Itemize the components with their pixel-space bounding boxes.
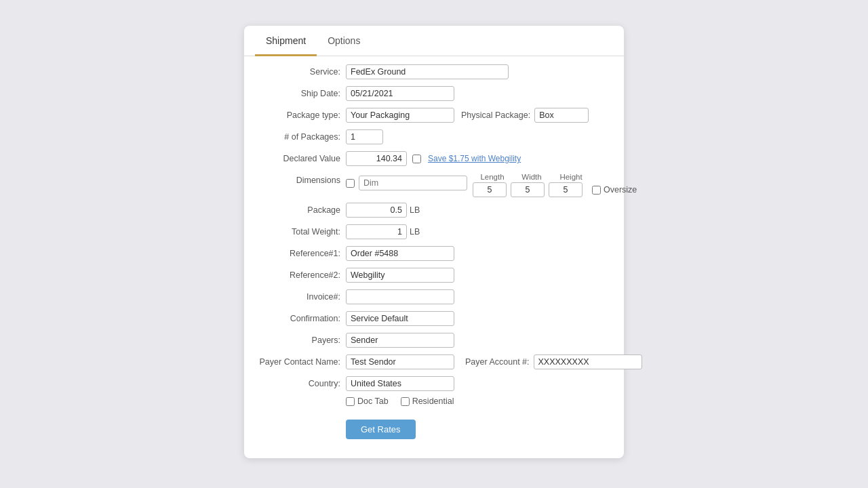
country-input[interactable] — [346, 376, 454, 391]
dim-inputs: Oversize — [473, 182, 637, 197]
reference1-label: Reference#1: — [258, 249, 346, 258]
height-header: Height — [551, 173, 591, 181]
reference2-input[interactable] — [346, 268, 454, 283]
country-label: Country: — [258, 379, 346, 388]
confirmation-input[interactable] — [346, 311, 454, 326]
form-body: Service: Ship Date: Package type: Physic… — [244, 56, 624, 439]
residential-label-wrap[interactable]: Residential — [401, 396, 454, 406]
service-input[interactable] — [346, 64, 509, 79]
residential-checkbox[interactable] — [401, 397, 410, 406]
dimensions-label: Dimensions — [258, 173, 346, 185]
invoice-row: Invoice#: — [258, 288, 610, 306]
payers-input[interactable] — [346, 333, 454, 348]
reference2-label: Reference#2: — [258, 270, 346, 280]
package-weight-input[interactable] — [346, 203, 407, 218]
height-input[interactable] — [549, 182, 583, 197]
payers-label: Payers: — [258, 336, 346, 345]
num-packages-input[interactable] — [346, 129, 383, 144]
payer-account-label: Payer Account #: — [465, 357, 534, 367]
physical-package-label: Physical Package: — [461, 110, 530, 120]
physical-package-input[interactable] — [534, 108, 589, 123]
payers-row: Payers: — [258, 331, 610, 349]
dim-text-input[interactable] — [359, 176, 467, 190]
payer-contact-label: Payer Contact Name: — [258, 357, 346, 367]
length-header: Length — [473, 173, 512, 181]
package-label: Package — [258, 205, 346, 215]
ship-date-row: Ship Date: — [258, 85, 610, 102]
doc-tab-label-wrap[interactable]: Doc Tab — [346, 396, 389, 406]
tab-options[interactable]: Options — [317, 26, 371, 56]
declared-value-row: Declared Value Save $1.75 with Webgility — [258, 150, 610, 167]
total-weight-row: Total Weight: LB — [258, 223, 610, 241]
reference2-row: Reference#2: — [258, 266, 610, 284]
package-type-input[interactable] — [346, 108, 454, 123]
total-weight-input[interactable] — [346, 224, 407, 239]
package-row: Package LB — [258, 201, 610, 219]
service-row: Service: — [258, 63, 610, 81]
oversize-wrap: Oversize — [592, 185, 637, 195]
confirmation-label: Confirmation: — [258, 314, 346, 323]
doc-tab-label: Doc Tab — [357, 396, 389, 406]
tabs-bar: Shipment Options — [244, 26, 624, 56]
invoice-label: Invoice#: — [258, 292, 346, 302]
total-weight-label: Total Weight: — [258, 227, 346, 237]
confirmation-row: Confirmation: — [258, 310, 610, 327]
length-input[interactable] — [473, 182, 507, 197]
save-webgility-checkbox[interactable] — [412, 155, 421, 163]
payer-account-input[interactable] — [534, 354, 642, 369]
residential-label: Residential — [412, 396, 454, 406]
package-type-label: Package type: — [258, 110, 346, 120]
package-unit-label: LB — [410, 205, 420, 215]
tab-shipment[interactable]: Shipment — [255, 26, 317, 56]
get-rates-button[interactable]: Get Rates — [346, 420, 416, 439]
save-webgility-link[interactable]: Save $1.75 with Webgility — [428, 154, 521, 163]
total-weight-unit-label: LB — [410, 227, 420, 237]
reference1-row: Reference#1: — [258, 245, 610, 262]
num-packages-row: # of Packages: — [258, 128, 610, 146]
invoice-input[interactable] — [346, 289, 454, 304]
oversize-label: Oversize — [604, 185, 637, 195]
physical-package-group: Physical Package: — [461, 108, 589, 123]
payer-contact-input[interactable] — [346, 354, 454, 369]
payer-contact-row: Payer Contact Name: Payer Account #: — [258, 353, 610, 371]
reference1-input[interactable] — [346, 246, 454, 261]
dim-headers: Length Width Height — [473, 173, 591, 181]
service-label: Service: — [258, 67, 346, 77]
num-packages-label: # of Packages: — [258, 132, 346, 142]
oversize-checkbox[interactable] — [592, 186, 601, 195]
doc-tab-checkbox[interactable] — [346, 397, 355, 406]
ship-date-input[interactable] — [346, 86, 454, 101]
ship-date-label: Ship Date: — [258, 89, 346, 98]
package-type-row: Package type: Physical Package: — [258, 106, 610, 124]
declared-value-input[interactable] — [346, 151, 407, 166]
country-row: Country: — [258, 375, 610, 392]
shipment-card: Shipment Options Service: Ship Date: Pac… — [244, 26, 624, 458]
dimensions-checkbox[interactable] — [346, 179, 355, 188]
width-input[interactable] — [511, 182, 545, 197]
width-header: Width — [512, 173, 551, 181]
doc-residential-row: Doc Tab Residential — [346, 396, 610, 406]
dimensions-row: Dimensions Length Width Height Over — [258, 171, 610, 197]
declared-value-label: Declared Value — [258, 154, 346, 163]
